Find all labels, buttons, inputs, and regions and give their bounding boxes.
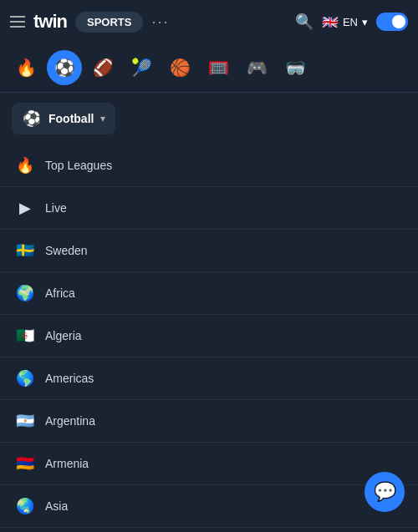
theme-toggle[interactable] (376, 13, 408, 31)
logo: twin (33, 11, 67, 33)
live-label: Live (45, 201, 67, 215)
menu-item-armenia[interactable]: 🇦🇲Armenia (0, 443, 418, 485)
more-options-button[interactable]: ··· (151, 13, 169, 31)
americas-icon: 🌎 (15, 369, 35, 388)
category-label: Football (48, 112, 94, 125)
armenia-icon: 🇦🇲 (15, 454, 35, 473)
category-icon: ⚽ (22, 109, 42, 128)
chevron-down-icon: ▾ (100, 113, 105, 124)
vr-icon[interactable]: 🥽 (278, 50, 313, 85)
menu-item-argentina[interactable]: 🇦🇷Argentina (0, 400, 418, 443)
basketball-icon[interactable]: 🏀 (162, 50, 197, 85)
category-selector[interactable]: ⚽ Football ▾ (12, 103, 115, 134)
menu-item-asia[interactable]: 🌏Asia (0, 485, 418, 528)
live-icon: ▶ (15, 199, 35, 217)
argentina-label: Argentina (45, 414, 95, 428)
rugby-icon[interactable]: 🏈 (85, 50, 120, 85)
chat-button[interactable]: 💬 (364, 472, 405, 512)
menu-item-top-leagues[interactable]: 🔥Top Leagues (0, 144, 418, 187)
top-leagues-label: Top Leagues (45, 159, 112, 172)
fire-icon[interactable]: 🔥 (8, 50, 43, 85)
gamepad-icon[interactable]: 🎮 (239, 50, 274, 85)
americas-label: Americas (45, 372, 94, 385)
header-right: 🔍 🇬🇧 EN ▾ (295, 13, 408, 31)
menu-list: 🔥Top Leagues▶Live🇸🇪Sweden🌍Africa🇩🇿Algeri… (0, 144, 418, 528)
africa-label: Africa (45, 286, 75, 300)
algeria-label: Algeria (45, 329, 82, 342)
asia-icon: 🌏 (15, 497, 35, 515)
sport-icons-bar: 🔥⚽🏈🎾🏀🥅🎮🥽 (0, 43, 418, 93)
tennis-icon[interactable]: 🎾 (124, 50, 159, 85)
armenia-label: Armenia (45, 457, 89, 470)
header: twin SPORTS ··· 🔍 🇬🇧 EN ▾ (0, 0, 418, 43)
hamburger-menu-icon[interactable] (10, 16, 25, 28)
sweden-label: Sweden (45, 244, 88, 257)
sweden-icon: 🇸🇪 (15, 241, 35, 260)
header-left: twin SPORTS ··· (10, 11, 287, 33)
menu-item-americas[interactable]: 🌎Americas (0, 357, 418, 400)
sports-button[interactable]: SPORTS (75, 12, 143, 33)
africa-icon: 🌍 (15, 284, 35, 302)
asia-label: Asia (45, 499, 68, 513)
language-selector[interactable]: 🇬🇧 EN ▾ (322, 14, 368, 30)
menu-item-live[interactable]: ▶Live (0, 187, 418, 230)
search-button[interactable]: 🔍 (295, 13, 314, 31)
flag-icon: 🇬🇧 (322, 14, 339, 30)
argentina-icon: 🇦🇷 (15, 412, 35, 430)
algeria-icon: 🇩🇿 (15, 327, 35, 345)
menu-item-sweden[interactable]: 🇸🇪Sweden (0, 230, 418, 272)
menu-item-algeria[interactable]: 🇩🇿Algeria (0, 315, 418, 357)
football-icon[interactable]: ⚽ (47, 50, 82, 85)
lang-chevron-icon: ▾ (362, 16, 368, 28)
goal-icon[interactable]: 🥅 (201, 50, 236, 85)
lang-label: EN (343, 16, 358, 28)
menu-item-africa[interactable]: 🌍Africa (0, 272, 418, 315)
top-leagues-icon: 🔥 (15, 156, 35, 175)
chat-icon: 💬 (374, 481, 396, 503)
